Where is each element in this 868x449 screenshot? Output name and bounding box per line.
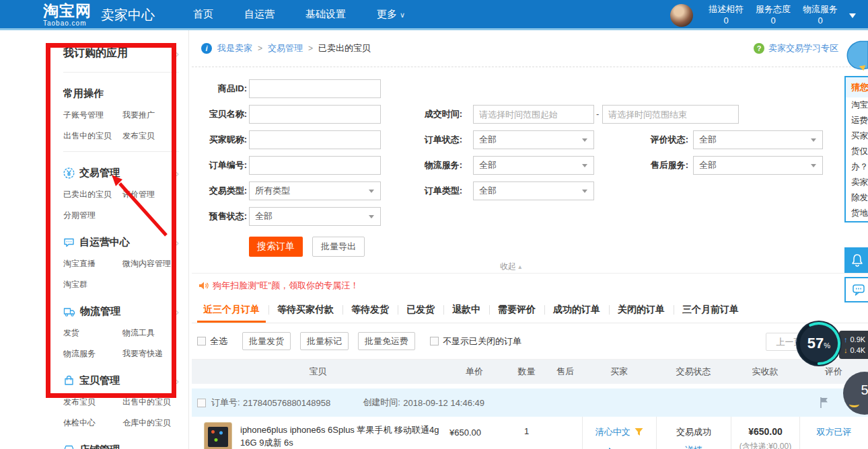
product-title[interactable]: iphone6plus iphone6s 6Splus 苹果手机 移动联通4g … (240, 423, 444, 449)
guess-panel-title[interactable]: 猜您 (846, 77, 868, 97)
order-no-input[interactable] (249, 156, 381, 175)
announcement-text[interactable]: 狗年扫脸测"旺"颜，领取你的专属汪！ (213, 280, 359, 292)
sidebar-item-ship[interactable]: 发货 (63, 327, 122, 339)
avatar[interactable] (670, 4, 693, 27)
nav-item-self-operate[interactable]: 自运营 (229, 0, 290, 30)
rating-status-select[interactable]: 全部 (693, 130, 823, 149)
sidebar-item-sold-items[interactable]: 已卖出的宝贝 (63, 189, 122, 200)
order-status-select[interactable]: 全部 (473, 130, 594, 149)
logistics-service-select[interactable]: 全部 (473, 156, 594, 175)
order-no-label: 订单号: (211, 397, 240, 409)
sidebar-item-taobao-live[interactable]: 淘宝直播 (63, 258, 122, 270)
search-orders-button[interactable]: 搜索订单 (249, 237, 303, 257)
collapse-toggle[interactable]: 收起 ▴ (500, 261, 521, 272)
sidebar-item-send-express[interactable]: 我要寄快递 (122, 348, 179, 360)
sidebar-item-subaccount[interactable]: 子账号管理 (63, 110, 122, 121)
order-checkbox[interactable] (197, 399, 206, 407)
sidebar-item-installment-mgmt[interactable]: 分期管理 (63, 210, 122, 221)
tab-older-3-months[interactable]: 三个月前订单 (676, 298, 745, 323)
buyer-funnel-icon[interactable] (635, 427, 643, 436)
faq-line[interactable]: 除发 (846, 190, 868, 206)
tab-successful[interactable]: 成功的订单 (547, 298, 606, 323)
breadcrumb-seller[interactable]: 我是卖家 (217, 42, 252, 54)
batch-ship-button[interactable]: 批量发货 (242, 332, 291, 350)
sidebar-item-promote[interactable]: 我要推广 (122, 110, 179, 121)
chat-support-button[interactable] (844, 277, 868, 302)
stat-logistics-service: 物流服务 0 (797, 4, 844, 26)
buyer-link[interactable]: 清心中文 (595, 427, 630, 437)
feedback-hand-icon[interactable] (845, 35, 868, 77)
sidebar-item-taobao-group[interactable]: 淘宝群 (63, 279, 122, 290)
percent-ring-widget[interactable]: 57% (796, 321, 842, 366)
col-after-sale: 售后 (548, 360, 582, 384)
nav-item-basic-settings[interactable]: 基础设置 (290, 0, 361, 30)
chevron-down-icon: ∨ (400, 11, 405, 19)
seller-learning-link[interactable]: 卖家交易学习专区 (768, 42, 838, 54)
tab-shipped[interactable]: 已发货 (400, 298, 441, 323)
breadcrumb-trade-mgmt[interactable]: 交易管理 (268, 42, 303, 54)
sidebar-item-items-on-sale[interactable]: 出售中的宝贝 (63, 130, 122, 142)
faq-line[interactable]: 货地 (846, 206, 868, 221)
order-type-select[interactable]: 全部 (473, 181, 594, 200)
rating-link[interactable]: 双方已评 (817, 427, 852, 437)
tab-recent-3-months[interactable]: 近三个月订单 (197, 298, 266, 323)
order-tabs: 近三个月订单 等待买家付款 等待发货 已发货 退款中 需要评价 成功的订单 关闭… (192, 298, 868, 323)
sidebar-item-publish-item2[interactable]: 发布宝贝 (63, 397, 122, 408)
sidebar-item-warehouse-items[interactable]: 仓库中的宝贝 (122, 417, 179, 429)
col-item: 宝贝 (192, 360, 444, 384)
sidebar-item-weitao-content[interactable]: 微淘内容管理 (122, 258, 179, 270)
stat-service-attitude: 服务态度 0 (750, 4, 797, 26)
order-detail-link[interactable]: 详情 (657, 444, 731, 449)
faq-line[interactable]: 淘宝 (846, 97, 868, 113)
nav-item-home[interactable]: 首页 (178, 0, 229, 30)
sidebar-item-logistics-tools[interactable]: 物流工具 (122, 327, 179, 339)
tab-awaiting-shipment[interactable]: 等待发货 (345, 298, 395, 323)
deal-time-start-input[interactable] (473, 105, 594, 124)
sidebar-item-checkup-center[interactable]: 体检中心 (63, 417, 122, 429)
product-thumbnail[interactable] (204, 422, 232, 449)
presale-status-select[interactable]: 全部 (249, 207, 381, 226)
notification-bell-button[interactable] (844, 247, 868, 273)
nav-item-more[interactable]: 更多∨ (361, 0, 421, 30)
sidebar-item-subscribed-apps[interactable]: 我订购的应用 › (63, 44, 179, 63)
sidebar-item-items-on-sale2[interactable]: 出售中的宝贝 (122, 397, 179, 408)
sidebar-item-rating-mgmt[interactable]: 评价管理 (122, 189, 179, 200)
after-sale-select[interactable]: 全部 (693, 156, 823, 175)
sidebar-item-publish-item[interactable]: 发布宝贝 (122, 130, 179, 142)
chevron-right-icon: › (176, 48, 179, 59)
sidebar-item-logistics-service[interactable]: 物流服务 (63, 348, 122, 360)
sidebar-section-shop[interactable]: 店铺管理 › (63, 444, 179, 449)
nav-dropdown-caret-icon[interactable] (849, 13, 856, 22)
product-id-input[interactable] (249, 79, 381, 98)
sidebar-section-self-operate[interactable]: 自运营中心 › (63, 236, 179, 249)
tab-refunding[interactable]: 退款中 (446, 298, 486, 323)
buyer-nick-input[interactable] (249, 130, 381, 149)
batch-mark-button[interactable]: 批量标记 (300, 332, 349, 350)
batch-export-button[interactable]: 批量导出 (312, 237, 365, 257)
sidebar-section-common-ops: 常用操作 (63, 87, 179, 100)
product-cell: iphone6plus iphone6s 6Splus 苹果手机 移动联通4g … (192, 417, 444, 449)
batch-free-shipping-button[interactable]: 批量免运费 (358, 332, 415, 350)
taobao-logo[interactable]: 淘宝网 Taobao.com (43, 3, 92, 27)
trade-type-select[interactable]: 所有类型 (249, 181, 381, 200)
select-all-checkbox[interactable] (197, 337, 206, 345)
sidebar-section-logistics[interactable]: 物流管理 › (63, 305, 179, 318)
faq-line[interactable]: 办？ (846, 159, 868, 175)
tab-closed[interactable]: 关闭的订单 (612, 298, 671, 323)
item-name-input[interactable] (249, 105, 381, 124)
tab-awaiting-payment[interactable]: 等待买家付款 (271, 298, 340, 323)
deal-time-end-input[interactable] (602, 105, 739, 124)
nav-menu: 首页 自运营 基础设置 更多∨ (178, 0, 421, 30)
breadcrumb-current: 已卖出的宝贝 (318, 42, 371, 54)
faq-line[interactable]: 货仅 (846, 144, 868, 159)
sidebar-section-trade[interactable]: 交易管理 › (63, 167, 179, 179)
select-caret-icon (582, 164, 587, 170)
sidebar-section-items[interactable]: 宝贝管理 › (63, 374, 179, 387)
yen-circle-icon (63, 167, 75, 179)
buyer-cell: 清心中文 (582, 417, 656, 449)
bell-icon (851, 253, 864, 267)
select-caret-icon (369, 215, 374, 221)
tab-needs-rating[interactable]: 需要评价 (492, 298, 542, 323)
hide-closed-checkbox[interactable] (430, 337, 439, 345)
flag-icon[interactable] (819, 397, 830, 411)
